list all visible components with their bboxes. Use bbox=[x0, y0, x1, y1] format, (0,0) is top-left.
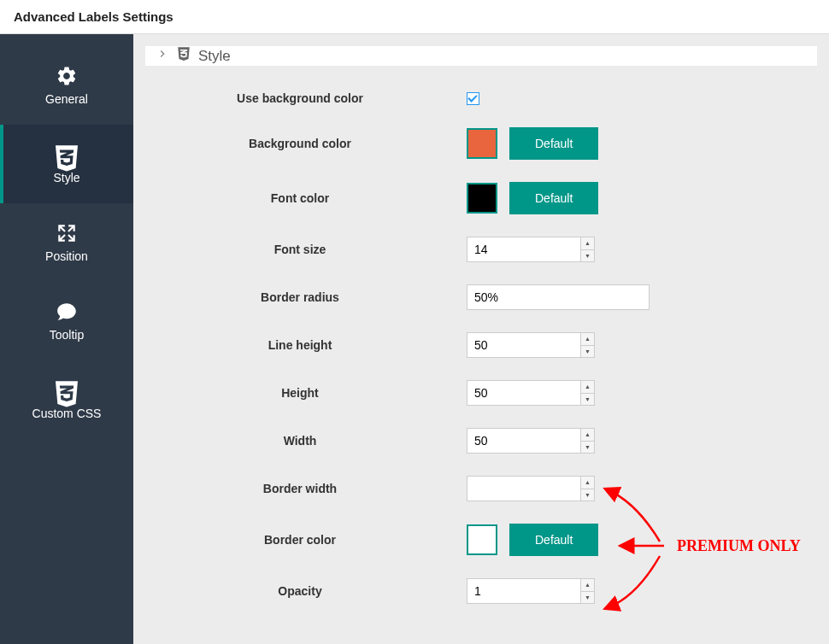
row-line-height: Line height ▲▼ bbox=[159, 332, 803, 358]
row-border-width: Border width ▲▼ bbox=[159, 476, 803, 501]
sidebar-item-label: Position bbox=[45, 249, 88, 263]
checkbox-use-bg-color[interactable] bbox=[467, 92, 479, 105]
sidebar-item-label: Tooltip bbox=[50, 328, 84, 342]
row-border-color: Border color Default bbox=[159, 524, 803, 556]
sidebar-item-general[interactable]: General bbox=[0, 46, 133, 125]
css3-icon bbox=[56, 379, 78, 401]
input-border-radius[interactable] bbox=[467, 284, 650, 310]
label-height: Height bbox=[159, 386, 467, 400]
label-font-size: Font size bbox=[159, 243, 467, 256]
input-line-height-wrap: ▲▼ bbox=[467, 332, 595, 358]
swatch-font-color[interactable] bbox=[467, 183, 497, 214]
input-width-wrap: ▲▼ bbox=[467, 428, 595, 454]
input-opacity[interactable] bbox=[467, 578, 595, 604]
label-border-color: Border color bbox=[159, 533, 467, 547]
chevron-right-icon bbox=[156, 47, 169, 65]
stepper-down[interactable]: ▼ bbox=[580, 394, 594, 406]
stepper-up[interactable]: ▲ bbox=[580, 381, 594, 394]
row-font-size: Font size ▲▼ bbox=[159, 237, 803, 262]
stepper-up[interactable]: ▲ bbox=[580, 333, 594, 346]
row-border-radius: Border radius bbox=[159, 284, 803, 310]
sidebar-item-label: Style bbox=[53, 171, 79, 184]
input-font-size-wrap: ▲▼ bbox=[467, 237, 595, 262]
swatch-bg-color[interactable] bbox=[467, 128, 497, 159]
input-height-wrap: ▲▼ bbox=[467, 380, 595, 406]
expand-icon bbox=[56, 222, 78, 244]
label-border-width: Border width bbox=[159, 482, 467, 495]
input-border-width-wrap: ▲▼ bbox=[467, 476, 595, 501]
input-font-size[interactable] bbox=[467, 237, 595, 262]
content: Style Use background color Background co… bbox=[133, 34, 829, 644]
label-opacity: Opacity bbox=[159, 584, 467, 598]
gear-icon bbox=[56, 65, 78, 87]
label-line-height: Line height bbox=[159, 338, 467, 352]
row-use-bg-color: Use background color bbox=[159, 91, 803, 105]
sidebar-item-custom-css[interactable]: Custom CSS bbox=[0, 360, 133, 439]
label-width: Width bbox=[159, 434, 467, 448]
stepper-down[interactable]: ▼ bbox=[580, 346, 594, 358]
input-width[interactable] bbox=[467, 428, 595, 454]
default-button-font-color[interactable]: Default bbox=[509, 182, 598, 214]
container: General Style Position Tooltip Custom CS bbox=[0, 34, 829, 644]
sidebar-item-tooltip[interactable]: Tooltip bbox=[0, 282, 133, 360]
css3-icon bbox=[176, 46, 191, 66]
stepper-up[interactable]: ▲ bbox=[580, 477, 594, 489]
stepper-up[interactable]: ▲ bbox=[580, 237, 594, 250]
page-title: Advanced Labels Settings bbox=[14, 9, 173, 24]
row-height: Height ▲▼ bbox=[159, 380, 803, 406]
stepper-up[interactable]: ▲ bbox=[580, 579, 594, 592]
stepper-down[interactable]: ▼ bbox=[580, 442, 594, 454]
stepper-up[interactable]: ▲ bbox=[580, 429, 594, 442]
label-use-bg-color: Use background color bbox=[159, 91, 467, 105]
swatch-border-color[interactable] bbox=[467, 524, 497, 555]
sidebar-item-position[interactable]: Position bbox=[0, 203, 133, 282]
input-height[interactable] bbox=[467, 380, 595, 406]
default-button-border-color[interactable]: Default bbox=[509, 524, 598, 556]
comment-icon bbox=[56, 301, 78, 323]
row-width: Width ▲▼ bbox=[159, 428, 803, 454]
default-button-bg-color[interactable]: Default bbox=[509, 127, 598, 160]
form-area: Use background color Background color De… bbox=[133, 66, 829, 644]
input-border-width[interactable] bbox=[467, 476, 595, 501]
sidebar-item-style[interactable]: Style bbox=[0, 125, 133, 203]
row-opacity: Opacity ▲▼ bbox=[159, 578, 803, 604]
stepper-down[interactable]: ▼ bbox=[580, 592, 594, 604]
label-border-radius: Border radius bbox=[159, 290, 467, 304]
label-bg-color: Background color bbox=[159, 137, 467, 150]
stepper-down[interactable]: ▼ bbox=[580, 250, 594, 262]
header: Advanced Labels Settings bbox=[0, 0, 829, 34]
input-line-height[interactable] bbox=[467, 332, 595, 358]
breadcrumb: Style bbox=[145, 46, 817, 66]
sidebar-item-label: General bbox=[45, 92, 88, 106]
sidebar-item-label: Custom CSS bbox=[32, 407, 102, 420]
row-bg-color: Background color Default bbox=[159, 127, 803, 160]
breadcrumb-title: Style bbox=[198, 48, 231, 65]
label-font-color: Font color bbox=[159, 191, 467, 205]
input-opacity-wrap: ▲▼ bbox=[467, 578, 595, 604]
css3-icon bbox=[56, 143, 78, 166]
row-font-color: Font color Default bbox=[159, 182, 803, 214]
stepper-down[interactable]: ▼ bbox=[580, 489, 594, 501]
sidebar: General Style Position Tooltip Custom CS bbox=[0, 34, 133, 644]
